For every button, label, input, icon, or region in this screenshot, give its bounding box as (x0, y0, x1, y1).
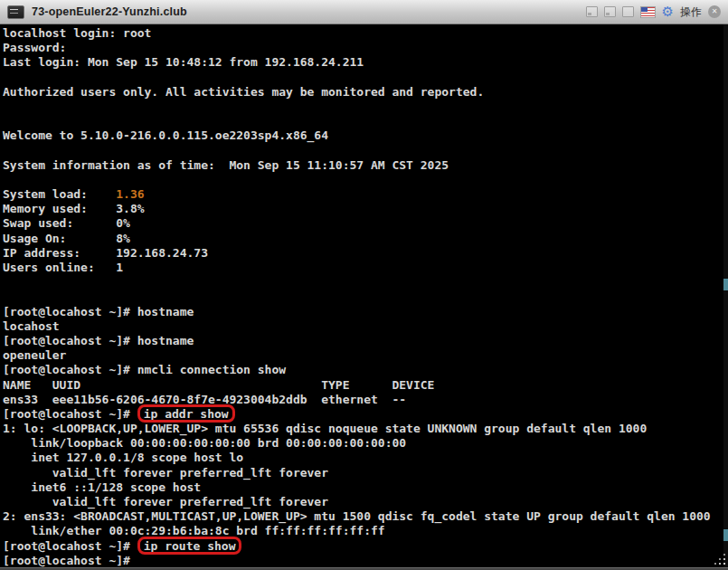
terminal-line (3, 71, 728, 85)
terminal-line: [root@locahost ~]# hostname (3, 334, 728, 348)
terminal-line: ens33 eee11b56-6206-4670-8f7e-4923004b2d… (3, 393, 728, 407)
terminal-line: System information as of time: Mon Sep 1… (3, 158, 728, 173)
terminal-text: Users online: 1 (3, 261, 123, 274)
terminal-line: Memory used: 3.8% (3, 202, 728, 216)
terminal-line: 2: ens33: <BROADCAST,MULTICAST,UP,LOWER_… (3, 509, 728, 524)
terminal-body: localhost login: rootPassword:Last login… (3, 26, 728, 567)
scrollbar-marker-top[interactable] (723, 279, 728, 290)
terminal-line (3, 173, 728, 187)
terminal-text: [root@locahost ~]# hostname (3, 334, 194, 347)
remote-console-window: 73-openEuler22-Yunzhi.club ⚙ 操作 ✕ localh… (0, 0, 728, 570)
terminal-text: ens33 eee11b56-6206-4670-8f7e-4923004b2d… (3, 393, 406, 406)
resize-grip[interactable] (714, 553, 725, 565)
terminal-text: [root@locahost ~]# nmcli connection show (3, 363, 286, 376)
window-title: 73-openEuler22-Yunzhi.club (32, 5, 586, 18)
terminal-line (3, 275, 728, 290)
titlebar: 73-openEuler22-Yunzhi.club ⚙ 操作 ✕ (0, 0, 728, 24)
terminal-line: [root@locahost ~]# ip addr show (3, 407, 728, 422)
terminal-line: link/ether 00:0c:29:b6:ba:8c brd ff:ff:f… (3, 524, 728, 538)
terminal-text: [root@locahost ~]# hostname (3, 305, 194, 318)
terminal-text: System information as of time: Mon Sep 1… (3, 158, 449, 172)
terminal-text: Usage On: 8% (3, 232, 130, 245)
terminal-line: Welcome to 5.10.0-216.0.0.115.oe2203sp4.… (3, 128, 728, 143)
terminal-line: locahost (3, 319, 728, 334)
terminal-line: [root@locahost ~]# ip route show (3, 539, 728, 554)
settings-gear-icon[interactable]: ⚙ (662, 5, 674, 19)
terminal-text: Swap used: 0% (3, 216, 130, 230)
scrollbar-marker-bottom[interactable] (723, 529, 728, 541)
terminal-text: locahost (3, 319, 60, 333)
window-restore-icon[interactable] (586, 6, 598, 17)
window-maximize-icon[interactable] (622, 6, 634, 17)
terminal-line: 1: lo: <LOOPBACK,UP,LOWER_UP> mtu 65536 … (3, 422, 728, 436)
terminal-text: [root@locahost ~]# (3, 407, 137, 421)
terminal-line: [root@locahost ~]# (3, 554, 728, 567)
terminal-line: openeuler (3, 348, 728, 363)
terminal-text: link/ether 00:0c:29:b6:ba:8c brd ff:ff:f… (3, 524, 385, 537)
terminal-text: Welcome to 5.10.0-216.0.0.115.oe2203sp4.… (3, 128, 328, 142)
terminal-line: valid_lft forever preferred_lft forever (3, 466, 728, 480)
terminal-text: valid_lft forever preferred_lft forever (3, 466, 328, 480)
terminal-line (3, 100, 728, 114)
close-icon[interactable]: ✕ (708, 5, 721, 18)
terminal-text: Authorized users only. All activities ma… (3, 85, 484, 99)
highlighted-command: ip route show (137, 539, 242, 554)
terminal-line (3, 290, 728, 304)
terminal-text: NAME UUID TYPE DEVICE (3, 378, 434, 392)
terminal-line: Users online: 1 (3, 261, 728, 275)
keyboard-layout-flag-icon[interactable] (640, 6, 656, 18)
terminal-text: link/loopback 00:00:00:00:00:00 brd 00:0… (3, 436, 406, 450)
terminal-text: Memory used: 3.8% (3, 202, 145, 215)
highlighted-command: ip addr show (137, 407, 235, 422)
terminal-line: Last login: Mon Sep 15 10:48:12 from 192… (3, 55, 728, 70)
terminal-text: localhost login: root (3, 26, 151, 40)
terminal-text: inet 127.0.0.1/8 scope host lo (3, 451, 243, 464)
terminal-text: 1: lo: <LOOPBACK,UP,LOWER_UP> mtu 65536 … (3, 422, 647, 435)
terminal-line: [root@locahost ~]# hostname (3, 305, 728, 319)
terminal-text: [root@locahost ~]# (3, 539, 137, 553)
terminal-line: Password: (3, 41, 728, 55)
terminal[interactable]: localhost login: rootPassword:Last login… (0, 24, 728, 567)
scrollbar-track[interactable] (723, 24, 728, 567)
terminal-text: Password: (3, 41, 66, 54)
terminal-text: 2: ens33: <BROADCAST,MULTICAST,UP,LOWER_… (3, 509, 711, 523)
terminal-line: inet 127.0.0.1/8 scope host lo (3, 451, 728, 465)
terminal-line: System load: 1.36 (3, 187, 728, 202)
terminal-text: valid_lft forever preferred_lft forever (3, 495, 328, 508)
terminal-line: [root@locahost ~]# nmcli connection show (3, 363, 728, 377)
window-cascade-icon[interactable] (604, 6, 616, 17)
terminal-line: localhost login: root (3, 26, 728, 41)
system-load-value: 1.36 (116, 187, 144, 201)
terminal-line: inet6 ::1/128 scope host (3, 480, 728, 495)
terminal-line: Authorized users only. All activities ma… (3, 85, 728, 100)
titlebar-controls: ⚙ 操作 ✕ (586, 5, 721, 20)
terminal-text: Last login: Mon Sep 15 10:48:12 from 192… (3, 55, 364, 69)
terminal-line: Usage On: 8% (3, 232, 728, 246)
terminal-line (3, 114, 728, 128)
terminal-line: NAME UUID TYPE DEVICE (3, 378, 728, 393)
terminal-text: openeuler (3, 348, 66, 362)
terminal-text: inet6 ::1/128 scope host (3, 480, 201, 494)
actions-menu[interactable]: 操作 (680, 5, 702, 20)
terminal-line: valid_lft forever preferred_lft forever (3, 495, 728, 509)
terminal-icon (7, 5, 24, 19)
terminal-text: [root@locahost ~]# (3, 554, 130, 567)
terminal-line: Swap used: 0% (3, 216, 728, 231)
terminal-line: link/loopback 00:00:00:00:00:00 brd 00:0… (3, 436, 728, 451)
terminal-line (3, 144, 728, 158)
terminal-text: IP address: 192.168.24.73 (3, 246, 208, 260)
terminal-text: System load: (3, 187, 116, 201)
terminal-line: IP address: 192.168.24.73 (3, 246, 728, 261)
